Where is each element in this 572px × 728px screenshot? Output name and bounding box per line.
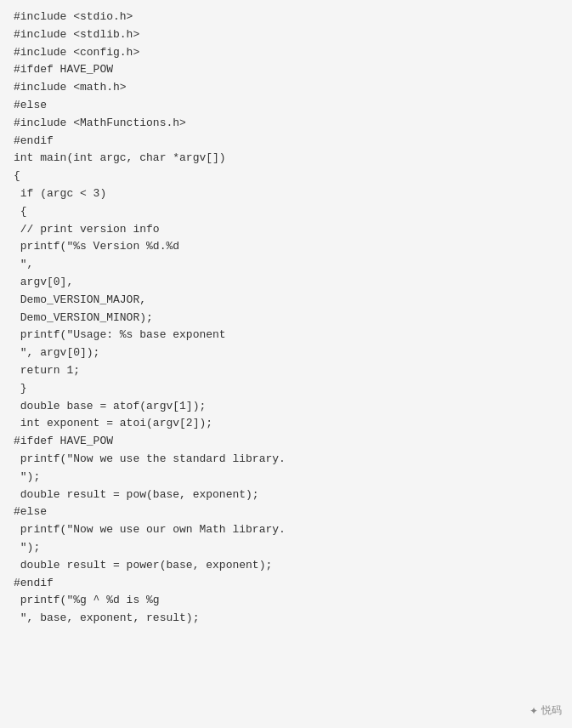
code-container: #include <stdio.h> #include <stdlib.h> #… — [0, 0, 572, 728]
watermark-icon: ✦ — [530, 705, 538, 717]
watermark: ✦ 悦码 — [530, 703, 562, 718]
watermark-text: 悦码 — [541, 703, 562, 718]
code-block: #include <stdio.h> #include <stdlib.h> #… — [14, 9, 558, 628]
